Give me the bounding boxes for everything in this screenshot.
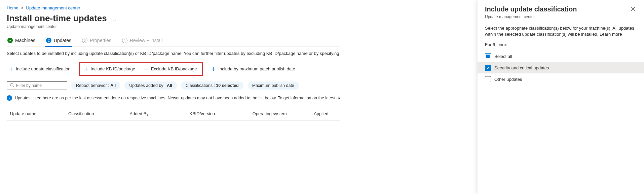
panel-subtitle: Update management center <box>485 14 637 19</box>
plus-icon <box>211 67 216 71</box>
close-icon <box>631 7 635 12</box>
step-machines[interactable]: Machines <box>7 35 36 46</box>
other-checkbox[interactable] <box>485 76 491 82</box>
plus-icon <box>84 67 88 71</box>
toolbar: Include update classification Include KB… <box>7 62 340 76</box>
info-icon: i <box>7 95 12 101</box>
col-added-by[interactable]: Added By <box>129 111 189 116</box>
maxpublish-filter[interactable]: Maximum publish date <box>248 82 299 90</box>
search-icon <box>10 83 14 88</box>
more-icon[interactable]: … <box>111 16 117 23</box>
col-classification[interactable]: Classification <box>68 111 130 116</box>
main-content: Home > Update management center Install … <box>0 0 346 126</box>
breadcrumb-current[interactable]: Update management center <box>26 5 80 10</box>
col-os[interactable]: Operating system <box>253 111 314 116</box>
info-bar: i Updates listed here are as per the las… <box>7 95 340 101</box>
security-checkbox[interactable] <box>485 65 491 71</box>
col-kbid[interactable]: KBID/version <box>189 111 252 116</box>
breadcrumb-home[interactable]: Home <box>7 5 18 10</box>
classification-panel: Include update classification Update man… <box>478 0 644 194</box>
search-input[interactable] <box>16 83 67 88</box>
page-description: Select updates to be installed by includ… <box>7 51 340 56</box>
search-input-wrapper[interactable] <box>7 81 67 90</box>
panel-close-button[interactable] <box>629 5 637 14</box>
include-date-button[interactable]: Include by maximum patch publish date <box>209 65 297 73</box>
include-classification-button[interactable]: Include update classification <box>7 65 73 73</box>
include-kb-button[interactable]: Include KB ID/package <box>82 65 137 73</box>
plus-icon <box>9 67 13 71</box>
panel-description: Select the appropriate classification(s)… <box>485 25 637 37</box>
svg-point-0 <box>10 84 13 86</box>
page-title-row: Install one-time updates … <box>7 13 340 24</box>
steps-nav: Machines 2 Updates 3 Properties 4 Review… <box>7 35 340 47</box>
highlighted-toolbar-group: Include KB ID/package Exclude KB ID/pack… <box>79 62 203 76</box>
select-all-checkbox[interactable] <box>485 53 491 59</box>
panel-for-label: For 6 Linux <box>485 42 637 47</box>
col-applied[interactable]: Applied <box>314 111 340 116</box>
step-updates[interactable]: 2 Updates <box>45 35 72 46</box>
panel-title: Include update classification <box>485 5 577 13</box>
step-properties[interactable]: 3 Properties <box>81 35 112 46</box>
added-by-filter[interactable]: Updates added by : All <box>124 82 177 90</box>
step-review[interactable]: 4 Review + install <box>121 35 163 46</box>
table-header: Update name Classification Added By KBID… <box>7 107 340 121</box>
page-subtitle: Update management center <box>7 24 340 29</box>
other-updates-row[interactable]: Other updates <box>478 73 644 85</box>
select-all-row[interactable]: Select all <box>478 51 644 62</box>
reboot-filter[interactable]: Reboot behavior : All <box>71 82 120 90</box>
col-update-name[interactable]: Update name <box>7 111 68 116</box>
security-critical-row[interactable]: Security and critical updates <box>478 62 644 73</box>
filter-row: Reboot behavior : All Updates added by :… <box>7 81 340 90</box>
check-icon <box>7 38 13 43</box>
breadcrumb: Home > Update management center <box>7 5 340 10</box>
exclude-kb-button[interactable]: Exclude KB ID/package <box>142 65 199 73</box>
page-title: Install one-time updates <box>7 13 107 24</box>
minus-icon <box>144 67 149 71</box>
classification-checklist: Select all Security and critical updates… <box>478 51 644 85</box>
classifications-filter[interactable]: Classifications : 10 selected <box>181 82 243 90</box>
